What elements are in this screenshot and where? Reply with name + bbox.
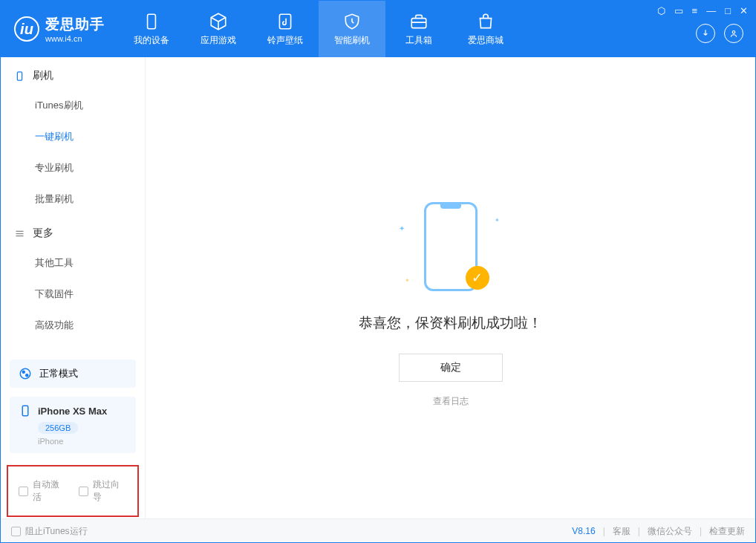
block-itunes-checkbox[interactable]: 阻止iTunes运行	[11, 525, 88, 538]
sidebar-item-download-firmware[interactable]: 下载固件	[1, 279, 145, 310]
list-icon	[14, 228, 25, 239]
nav-tabs: 我的设备 应用游戏 铃声壁纸 智能刷机 工具箱 爱思商城	[118, 1, 519, 57]
svg-point-6	[22, 371, 25, 373]
footer-link-support[interactable]: 客服	[613, 525, 630, 538]
success-illustration: ✦✦✦ ✓	[391, 195, 510, 299]
svg-point-3	[732, 31, 735, 34]
svg-rect-4	[17, 71, 22, 79]
sidebar-item-itunes-flash[interactable]: iTunes刷机	[1, 90, 145, 121]
svg-point-7	[26, 374, 28, 377]
sidebar-item-advanced[interactable]: 高级功能	[1, 310, 145, 341]
nav-toolbox[interactable]: 工具箱	[385, 1, 452, 57]
app-url: www.i4.cn	[45, 34, 105, 43]
device-capacity: 256GB	[38, 422, 78, 434]
section-flash: 刷机	[1, 57, 145, 90]
device-icon	[142, 12, 161, 31]
svg-point-5	[20, 368, 30, 379]
shield-icon	[342, 12, 362, 31]
nav-smart-flash[interactable]: 智能刷机	[319, 1, 385, 57]
sidebar-item-oneclick-flash[interactable]: 一键刷机	[1, 121, 145, 152]
sidebar-item-pro-flash[interactable]: 专业刷机	[1, 152, 145, 183]
user-icon[interactable]	[724, 24, 743, 43]
app-title: 爱思助手	[45, 15, 105, 34]
note-icon[interactable]: ▭	[674, 5, 683, 16]
device-type: iPhone	[38, 437, 63, 446]
app-header: iu 爱思助手 www.i4.cn 我的设备 应用游戏 铃声壁纸 智能刷机 工具…	[1, 1, 755, 57]
menu-icon[interactable]: ≡	[692, 5, 698, 16]
music-icon	[276, 12, 295, 31]
svg-rect-1	[279, 14, 290, 29]
success-message: 恭喜您，保资料刷机成功啦！	[359, 313, 542, 333]
auto-activate-checkbox[interactable]: 自动激活	[19, 478, 67, 504]
nav-apps-games[interactable]: 应用游戏	[185, 1, 252, 57]
svg-rect-2	[411, 18, 426, 27]
window-controls: ⬡ ▭ ≡ — □ ✕	[657, 5, 748, 16]
footer: 阻止iTunes运行 V8.16 | 客服 | 微信公众号 | 检查更新	[1, 518, 755, 543]
skip-guide-checkbox[interactable]: 跳过向导	[79, 478, 127, 504]
logo-block: iu 爱思助手 www.i4.cn	[1, 1, 118, 57]
view-log-link[interactable]: 查看日志	[433, 395, 469, 408]
phone-icon	[14, 71, 25, 82]
download-icon[interactable]	[696, 24, 715, 43]
cube-icon	[209, 12, 228, 31]
bag-icon	[476, 12, 495, 31]
nav-ringtones[interactable]: 铃声壁纸	[252, 1, 319, 57]
version-label: V8.16	[572, 526, 595, 536]
device-name: iPhone XS Max	[38, 406, 107, 417]
section-more: 更多	[1, 215, 145, 247]
maximize-button[interactable]: □	[725, 5, 731, 16]
mode-label: 正常模式	[39, 367, 78, 380]
main-content: ✦✦✦ ✓ 恭喜您，保资料刷机成功啦！ 确定 查看日志	[146, 57, 755, 518]
close-button[interactable]: ✕	[740, 5, 748, 16]
sidebar-item-other-tools[interactable]: 其他工具	[1, 247, 145, 279]
svg-rect-8	[22, 406, 28, 416]
nav-my-device[interactable]: 我的设备	[118, 1, 185, 57]
logo-icon: iu	[14, 16, 39, 42]
shirt-icon[interactable]: ⬡	[657, 5, 665, 16]
sidebar: 刷机 iTunes刷机 一键刷机 专业刷机 批量刷机 更多 其他工具 下载固件 …	[1, 57, 146, 518]
mode-card[interactable]: 正常模式	[10, 360, 136, 388]
device-phone-icon	[19, 404, 32, 417]
mode-icon	[19, 367, 32, 380]
nav-store[interactable]: 爱思商城	[452, 1, 519, 57]
confirm-button[interactable]: 确定	[399, 354, 503, 382]
footer-link-wechat[interactable]: 微信公众号	[648, 525, 692, 538]
toolbox-icon	[409, 12, 428, 31]
minimize-button[interactable]: —	[706, 5, 716, 16]
sidebar-item-batch-flash[interactable]: 批量刷机	[1, 183, 145, 215]
device-card[interactable]: iPhone XS Max 256GB iPhone	[10, 397, 136, 453]
footer-link-update[interactable]: 检查更新	[709, 525, 745, 538]
check-badge-icon: ✓	[466, 266, 489, 290]
options-row: 自动激活 跳过向导	[7, 465, 139, 517]
svg-rect-0	[148, 14, 156, 29]
